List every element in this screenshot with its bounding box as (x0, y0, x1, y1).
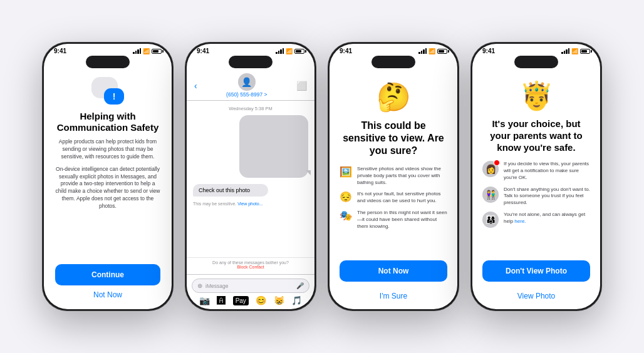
phone4-title: It's your choice, but your parents want … (482, 118, 590, 153)
battery-icon-2 (294, 49, 304, 54)
phone2-content: ‹ 👤 (650) 555-8997 > ⬜ Wednesday 5:38 PM (187, 71, 314, 309)
info-item-4-1: 👫 Don't share anything you don't want to… (482, 187, 590, 207)
info-text-3-0: Sensitive photos and videos show the pri… (357, 166, 447, 186)
status-bar-3: 9:41 📶 (330, 44, 457, 56)
contact-avatar: 👤 (238, 73, 256, 91)
exclamation-icon: ! (113, 91, 116, 101)
status-icons-1: 📶 (133, 48, 162, 54)
signal-icon-2 (276, 49, 284, 54)
phone1-content: ! Helping with Communication Safety Appl… (44, 71, 172, 309)
status-bar-1: 9:41 📶 (44, 44, 172, 56)
info-text-4-0: If you decide to view this, your parents… (504, 161, 590, 181)
contact-number[interactable]: (650) 555-8997 > (226, 91, 267, 98)
phone3-content: 🤔 This could be sensitive to view. Are y… (330, 71, 457, 309)
info-text-4-2: You're not alone, and can always get hel… (504, 212, 590, 225)
sensitive-warning: This may be sensitive. View photo... (193, 202, 308, 206)
block-contact-button[interactable]: Block Contact (187, 265, 314, 269)
battery-icon-4 (580, 49, 590, 54)
notification-badge (494, 160, 500, 166)
info-item-4-2: 👨‍👩‍👧 You're not alone, and can always g… (482, 212, 590, 228)
im-sure-link[interactable]: I'm Sure (380, 292, 407, 300)
battery-icon-1 (152, 49, 162, 54)
info-item-4-0: 👩 If you decide to view this, your paren… (482, 161, 590, 181)
emoji-bar: 📷 🅰 Pay 😊 😸 🎵 (192, 293, 309, 307)
dynamic-island-2 (229, 56, 273, 68)
continue-button[interactable]: Continue (55, 264, 160, 285)
view-photo-link[interactable]: View photo... (237, 202, 262, 206)
info-emoji-3-1: 😔 (340, 191, 352, 203)
block-prompt: Do any of these messages bother you? (187, 260, 314, 265)
message-input[interactable]: iMessage (205, 283, 293, 289)
help-link[interactable]: here. (514, 218, 526, 224)
battery-icon-3 (437, 49, 447, 54)
prince-emoji: 🤴 (519, 79, 554, 112)
info-item-3-0: 🖼️ Sensitive photos and videos show the … (340, 166, 447, 186)
info-text-3-1: It's not your fault, but sensitive photo… (357, 191, 447, 205)
phone-2: 9:41 📶 ‹ (185, 42, 316, 311)
status-bar-2: 9:41 📶 (187, 44, 314, 56)
message-input-bar[interactable]: ⊕ iMessage 🎤 (192, 279, 309, 293)
animoji-icon[interactable]: 😸 (274, 295, 284, 305)
wifi-icon-2: 📶 (286, 48, 293, 54)
wifi-icon-1: 📶 (143, 48, 150, 54)
info-emoji-3-2: 🎭 (340, 210, 352, 222)
camera-app-icon[interactable]: 📷 (199, 295, 210, 305)
phone4-content: 🤴 It's your choice, but your parents wan… (472, 71, 600, 309)
phone3-title: This could be sensitive to view. Are you… (340, 120, 447, 157)
dynamic-island-1 (86, 56, 130, 68)
dont-view-button[interactable]: Don't View Photo (482, 260, 590, 282)
dynamic-island-4 (514, 56, 558, 68)
wifi-icon-3: 📶 (428, 48, 435, 54)
contact-info: 👤 (650) 555-8997 > (226, 73, 267, 98)
info-item-3-1: 😔 It's not your fault, but sensitive pho… (340, 191, 447, 205)
messages-footer: ⊕ iMessage 🎤 📷 🅰 Pay 😊 😸 🎵 (187, 274, 314, 309)
dynamic-island-3 (371, 56, 415, 68)
block-contact-section: Do any of these messages bother you? Blo… (187, 257, 314, 272)
person-notif-icon-4-0: 👩 (482, 161, 499, 177)
bubble-front: ! (104, 88, 124, 105)
camera-icon[interactable]: ⊕ (197, 282, 202, 289)
info-item-3-2: 🎭 The person in this might not want it s… (340, 210, 447, 230)
not-now-button-3[interactable]: Not Now (340, 260, 447, 282)
phone1-body1: Apple products can help protect kids fro… (55, 138, 160, 161)
applepay-icon[interactable]: Pay (233, 296, 249, 305)
status-time-4: 9:41 (482, 48, 495, 54)
info-text-3-2: The person in this might not want it see… (357, 210, 447, 230)
status-icons-2: 📶 (276, 48, 304, 54)
messages-header: ‹ 👤 (650) 555-8997 > ⬜ (187, 71, 314, 101)
signal-icon-3 (418, 49, 427, 54)
messages-area: Wednesday 5:38 PM Check out this photo T… (187, 101, 314, 257)
info-emoji-3-0: 🖼️ (340, 166, 352, 178)
message-date: Wednesday 5:38 PM (193, 106, 308, 111)
info-text-4-1: Don't share anything you don't want to. … (504, 187, 590, 207)
status-time-2: 9:41 (197, 48, 209, 54)
music-icon[interactable]: 🎵 (291, 295, 302, 305)
status-icons-4: 📶 (561, 48, 590, 54)
info-list-3: 🖼️ Sensitive photos and videos show the … (340, 166, 447, 230)
status-time-3: 9:41 (340, 48, 352, 54)
status-time-1: 9:41 (54, 48, 66, 54)
video-call-icon[interactable]: ⬜ (296, 81, 307, 91)
person-icon-4-2: 👨‍👩‍👧 (482, 212, 499, 228)
phones-container: 9:41 📶 (29, 29, 615, 324)
back-button[interactable]: ‹ (194, 81, 197, 91)
appstore-icon[interactable]: 🅰 (217, 295, 226, 305)
message-bubble: Check out this photo (193, 184, 268, 197)
phone1-body2: On-device intelligence can detect potent… (55, 166, 160, 210)
mic-icon[interactable]: 🎤 (296, 282, 304, 289)
signal-icon-1 (133, 49, 141, 54)
signal-icon-4 (561, 49, 569, 54)
status-bar-4: 9:41 📶 (472, 44, 600, 56)
view-photo-button[interactable]: View Photo (517, 292, 556, 300)
phone-4: 9:41 📶 🤴 It's your choic (470, 42, 602, 311)
phone-3: 9:41 📶 🤔 This could be s (328, 42, 459, 311)
wifi-icon-4: 📶 (571, 48, 578, 54)
not-now-link-1[interactable]: Not Now (93, 290, 122, 299)
thinking-emoji: 🤔 (377, 81, 411, 113)
person-icon-4-1: 👫 (482, 187, 499, 203)
chat-bubble-icon: ! (91, 77, 124, 105)
memoji-icon[interactable]: 😊 (256, 295, 266, 305)
info-list-4: 👩 If you decide to view this, your paren… (482, 161, 590, 228)
status-icons-3: 📶 (418, 48, 447, 54)
phone-1: 9:41 📶 (42, 42, 174, 311)
